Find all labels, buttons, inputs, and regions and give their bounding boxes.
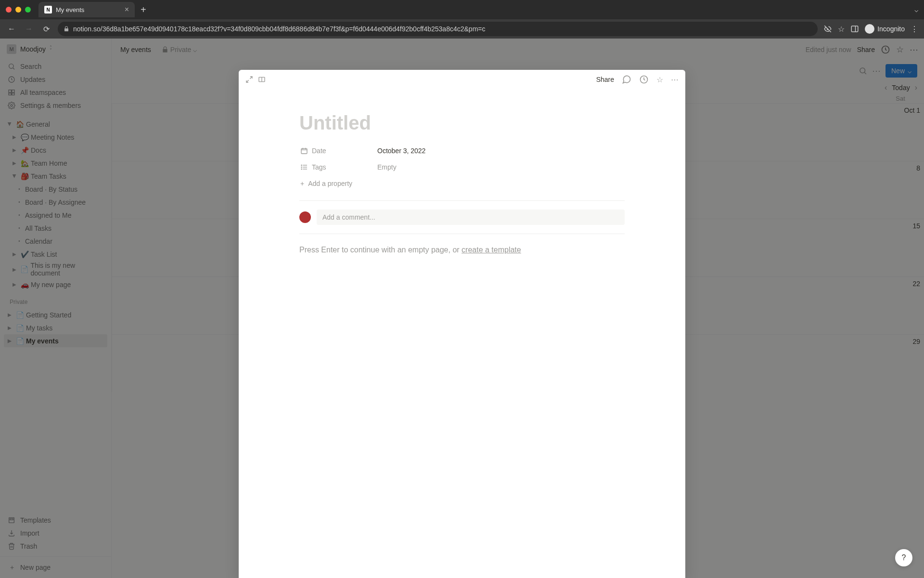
favorite-star-icon[interactable]: ☆ [656, 75, 663, 84]
modal-topbar-right: Share ☆ ⋯ [596, 75, 679, 84]
add-property-row[interactable]: + Add a property [299, 175, 625, 192]
calendar-icon [300, 147, 308, 155]
svg-rect-0 [851, 26, 858, 32]
expand-icon[interactable] [245, 76, 253, 83]
incognito-icon [865, 24, 874, 34]
page-title-input[interactable]: Untitled [299, 112, 625, 134]
url-text: notion.so/36d8a1be657e49d0940178c18eacd3… [73, 25, 485, 33]
comment-icon[interactable] [622, 75, 631, 84]
property-date-value[interactable]: October 3, 2022 [376, 145, 426, 157]
window-controls [6, 7, 31, 13]
bookmark-star-icon[interactable]: ☆ [838, 25, 845, 34]
hint-text: Press Enter to continue with an empty pa… [299, 246, 462, 254]
close-window-button[interactable] [6, 7, 12, 13]
browser-tab-strip: N My events × + ⌵ [0, 0, 924, 19]
page-modal: Share ☆ ⋯ Untitled [239, 70, 685, 578]
close-tab-button[interactable]: × [125, 5, 129, 14]
tabs-chevron-icon[interactable]: ⌵ [914, 6, 918, 13]
empty-page-hint: Press Enter to continue with an empty pa… [299, 246, 625, 254]
property-tags-value[interactable]: Empty [376, 161, 398, 173]
modal-body: Untitled Date October 3, 2022 [239, 89, 685, 266]
lock-icon [64, 26, 69, 32]
forward-button[interactable]: → [23, 25, 35, 33]
more-dots-icon[interactable]: ⋯ [671, 75, 679, 84]
svg-point-28 [301, 167, 302, 167]
help-label: ? [902, 553, 906, 562]
minimize-window-button[interactable] [15, 7, 21, 13]
new-tab-button[interactable]: + [141, 4, 146, 15]
panel-icon[interactable] [850, 25, 859, 33]
peek-mode-icon[interactable] [258, 76, 266, 83]
svg-point-27 [301, 165, 302, 165]
browser-toolbar: ← → ⟳ notion.so/36d8a1be657e49d0940178c1… [0, 19, 924, 39]
favicon-icon: N [44, 6, 52, 13]
svg-rect-20 [301, 148, 307, 154]
history-icon[interactable] [639, 75, 649, 84]
plus-icon: + [300, 180, 304, 187]
menu-dots-icon[interactable]: ⋮ [911, 25, 918, 34]
tab-title: My events [56, 6, 84, 13]
app-root: M Moodjoy ˄˅ Search Updates All [0, 39, 924, 578]
svg-point-29 [301, 169, 302, 169]
property-date-row: Date October 3, 2022 [299, 143, 625, 159]
svg-line-15 [250, 77, 252, 79]
reload-button[interactable]: ⟳ [40, 25, 52, 34]
user-avatar [299, 211, 311, 223]
create-template-link[interactable]: create a template [462, 246, 521, 254]
svg-line-16 [246, 80, 249, 82]
list-icon [300, 163, 308, 171]
maximize-window-button[interactable] [25, 7, 31, 13]
url-input[interactable]: notion.so/36d8a1be657e49d0940178c18eacd3… [58, 22, 818, 36]
comment-input[interactable]: Add a comment... [317, 210, 625, 225]
eye-off-icon[interactable] [823, 25, 832, 33]
modal-topbar: Share ☆ ⋯ [239, 70, 685, 89]
property-tags-name[interactable]: Tags [299, 161, 376, 173]
date-label: Date [312, 147, 326, 155]
add-property-label: Add a property [308, 180, 352, 187]
incognito-badge[interactable]: Incognito [865, 24, 905, 34]
browser-tab[interactable]: N My events × [38, 2, 135, 17]
back-button[interactable]: ← [6, 25, 17, 33]
comment-row: Add a comment... [299, 200, 625, 234]
modal-share-button[interactable]: Share [596, 76, 614, 83]
add-property-button[interactable]: + Add a property [299, 178, 376, 189]
property-tags-row: Tags Empty [299, 159, 625, 175]
help-button[interactable]: ? [895, 549, 912, 566]
property-date-name[interactable]: Date [299, 145, 376, 157]
tags-label: Tags [312, 163, 326, 171]
incognito-label: Incognito [877, 25, 905, 33]
modal-overlay[interactable]: Share ☆ ⋯ Untitled [0, 39, 924, 578]
